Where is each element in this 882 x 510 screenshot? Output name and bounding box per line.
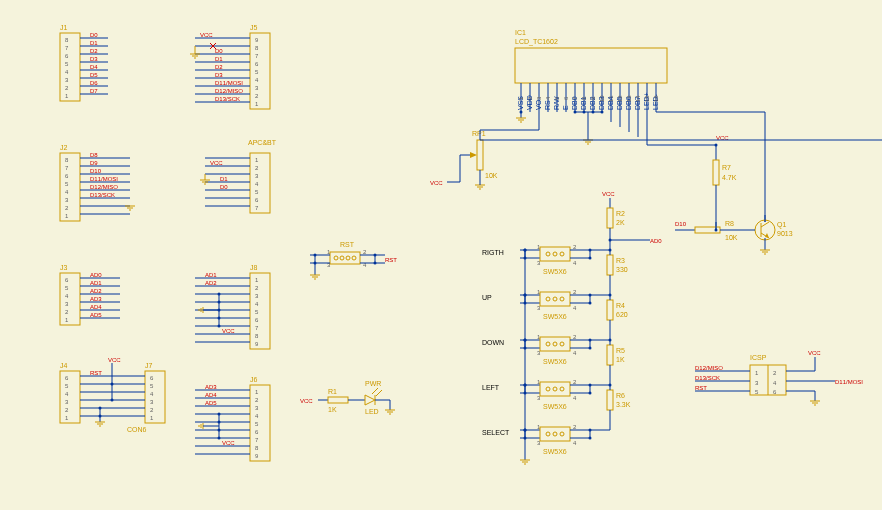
svg-text:1: 1 [755,370,759,376]
svg-text:RST: RST [385,257,397,263]
svg-rect-351 [477,140,483,170]
svg-text:AD3: AD3 [90,296,102,302]
svg-text:2: 2 [255,165,259,171]
svg-text:J6: J6 [250,376,258,383]
svg-rect-367 [713,160,719,185]
svg-rect-474 [607,345,613,365]
svg-text:6: 6 [65,277,69,283]
svg-text:LCD_TC1602: LCD_TC1602 [515,38,558,46]
svg-point-338 [601,111,604,114]
svg-point-526 [524,249,527,252]
svg-point-435 [546,297,550,301]
rp1-pot: RP1 10K VCC [430,130,882,186]
svg-text:15: 15 [644,95,650,102]
svg-rect-512 [540,427,570,441]
svg-text:4: 4 [65,293,69,299]
svg-text:D10: D10 [675,221,687,227]
svg-text:D0: D0 [215,48,223,54]
gnd-j5 [190,46,200,58]
svg-text:1K: 1K [616,356,625,363]
svg-text:AD1: AD1 [205,272,217,278]
svg-text:7: 7 [255,437,259,443]
svg-text:LEFT: LEFT [482,384,500,391]
svg-text:R2: R2 [616,210,625,217]
svg-point-183 [99,407,102,410]
svg-text:AD5: AD5 [90,312,102,318]
svg-text:3: 3 [65,301,69,307]
svg-text:3.3K: 3.3K [616,401,631,408]
svg-point-251 [374,254,377,257]
svg-text:2K: 2K [616,219,625,226]
svg-text:3: 3 [255,173,259,179]
svg-text:620: 620 [616,311,628,318]
svg-rect-189 [145,371,165,423]
svg-point-241 [334,256,338,260]
svg-text:R3: R3 [616,257,625,264]
svg-point-487 [546,387,550,391]
svg-text:2: 2 [573,244,577,250]
svg-text:2: 2 [255,93,259,99]
svg-rect-434 [540,292,570,306]
svg-text:7: 7 [65,45,69,51]
svg-point-252 [374,262,377,265]
svg-text:R8: R8 [725,220,734,227]
svg-text:2: 2 [65,309,69,315]
svg-text:3: 3 [255,293,259,299]
switch-rst: RST 12 34 RST [310,241,397,279]
svg-text:5: 5 [65,61,69,67]
svg-text:D5: D5 [90,72,98,78]
svg-marker-267 [365,395,375,405]
svg-text:1: 1 [255,101,259,107]
svg-text:VCC: VCC [222,440,235,446]
svg-text:7: 7 [255,325,259,331]
svg-text:5: 5 [255,421,259,427]
svg-text:2: 2 [773,370,777,376]
svg-text:9013: 9013 [777,230,793,237]
svg-point-335 [574,111,577,114]
svg-text:2: 2 [573,424,577,430]
svg-text:3: 3 [255,405,259,411]
connector-j4: J4 6RST 5 4 3 2 1 VCC [60,357,127,423]
svg-rect-394 [607,208,613,228]
svg-text:4: 4 [573,395,577,401]
svg-text:D12/MISO: D12/MISO [90,184,118,190]
svg-text:RP1: RP1 [472,130,486,137]
svg-point-437 [560,297,564,301]
connector-j7: J7 6 5 4 3 2 1 CON6 [127,362,165,433]
svg-text:12: 12 [617,95,623,102]
svg-text:1: 1 [65,93,69,99]
svg-line-270 [376,390,382,396]
svg-text:1: 1 [255,277,259,283]
connector-j2: J2 8D8 7D9 6D10 5D11/MOSI 4D12/MISO 3D13… [60,144,130,221]
svg-text:AD0: AD0 [90,272,102,278]
svg-point-180 [111,399,114,402]
svg-text:VCC: VCC [108,357,121,363]
svg-text:D9: D9 [90,160,98,166]
svg-text:D11/MOSI: D11/MOSI [90,176,118,182]
svg-text:J4: J4 [60,362,68,369]
svg-text:SW5X6: SW5X6 [543,448,567,455]
svg-text:AD5: AD5 [205,400,217,406]
svg-text:D1: D1 [220,176,228,182]
svg-text:J5: J5 [250,24,258,31]
svg-text:4: 4 [573,260,577,266]
btn-right: RIGTH 12 34 SW5X6 [482,244,610,275]
svg-text:D11/MOSI: D11/MOSI [215,80,243,86]
svg-text:RST: RST [340,241,355,248]
svg-rect-448 [607,300,613,320]
svg-text:2: 2 [255,285,259,291]
svg-text:D8: D8 [90,152,98,158]
r8: R8 10K D10 [675,220,750,241]
svg-text:D2: D2 [215,64,223,70]
btn-down: DOWN 12 34 SW5X6 [482,334,610,365]
svg-rect-61 [60,153,80,221]
svg-rect-460 [540,337,570,351]
svg-point-410 [553,252,557,256]
btn-select: SELECT 12 34 SW5X6 [482,424,610,455]
svg-text:D4: D4 [90,64,98,70]
svg-point-337 [592,111,595,114]
svg-text:2: 2 [363,249,367,255]
svg-text:1: 1 [65,317,69,323]
svg-text:AD4: AD4 [90,304,102,310]
svg-text:10K: 10K [485,172,498,179]
